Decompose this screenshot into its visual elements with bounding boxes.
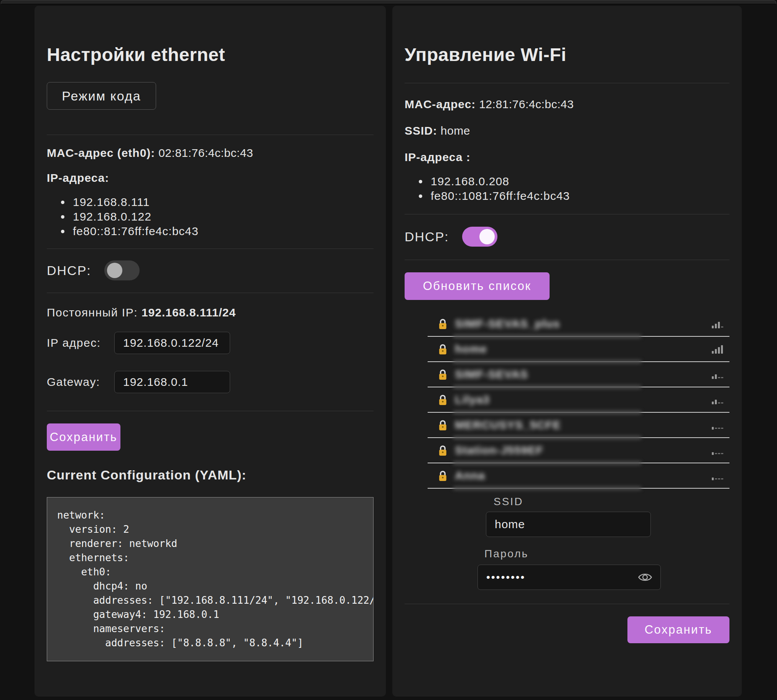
list-item: 192.168.0.122 [71,210,374,224]
wifi-ssid-name: SIMF-SEVAS [455,368,528,381]
wifi-network-row[interactable]: SIMF-SEVAS_plus [428,312,729,337]
ethernet-dhcp-label: DHCP: [47,263,91,278]
divider [404,260,729,260]
gateway-field-row: Gateway: [47,371,374,393]
wifi-dhcp-toggle[interactable] [462,227,497,247]
ip-address-input[interactable] [114,332,230,354]
ethernet-ip-list-label-line: IP-адреса: [47,171,374,185]
divider [47,411,374,411]
wifi-network-row[interactable]: home [428,337,729,362]
list-item: 192.168.0.208 [428,174,729,189]
toggle-knob [107,263,122,278]
divider [47,135,374,135]
divider [47,248,374,249]
form-password-input[interactable] [478,565,661,590]
form-ssid-input[interactable] [486,512,651,537]
ethernet-save-button[interactable]: Сохранить [47,423,120,451]
ip-address-field-row: IP адрес: [47,332,374,354]
signal-strength-icon [712,446,725,455]
wifi-network-list: SIMF-SEVAS_plushomeSIMF-SEVASLilya3MERCU… [428,312,729,489]
ethernet-dhcp-toggle[interactable] [104,260,140,280]
wifi-ssid-name: Lilya3 [455,393,490,406]
wifi-ssid-name: Station-J559EF [455,444,544,457]
signal-strength-icon [712,319,725,328]
divider [404,604,729,604]
ethernet-ip-list: 192.168.8.111 192.168.0.122 fe80::81:76f… [58,195,374,238]
wifi-ssid-line: SSID: home [404,123,729,138]
signal-strength-icon [712,471,725,480]
lock-icon [438,445,448,457]
ethernet-title: Настройки ethernet [47,44,374,65]
wifi-dhcp-label: DHCP: [404,229,449,244]
window-top-edge [1,0,776,4]
wifi-ssid-name: Anna [455,469,485,482]
signal-strength-icon [712,345,725,353]
gateway-input[interactable] [114,371,230,393]
static-ip-line: Постоянный IP: 192.168.8.111/24 [47,305,374,320]
lock-icon [438,394,448,406]
lock-icon [438,318,448,330]
yaml-config-title: Current Configuration (YAML): [47,468,374,483]
code-mode-button[interactable]: Режим кода [47,82,156,110]
wifi-ssid-name: SIMF-SEVAS_plus [455,317,560,330]
wifi-connect-form: SSID Пароль [478,495,729,590]
password-field-wrap [478,565,661,590]
static-ip-label: Постоянный IP: [47,306,138,319]
wifi-save-row: Сохранить [404,617,729,643]
show-password-eye-icon[interactable] [638,572,652,583]
wifi-mac-value: 12:81:76:4c:bc:43 [479,98,574,110]
wifi-network-row[interactable]: MERCUSYS_5CFE [428,413,729,438]
form-ssid-label: SSID [478,495,729,508]
signal-strength-icon [712,370,725,379]
wifi-ssid-name: MERCUSYS_5CFE [455,418,561,432]
lock-icon [438,343,448,355]
lock-icon [438,470,448,482]
divider [404,214,729,214]
ethernet-mac-value: 02:81:76:4c:bc:43 [158,147,253,159]
wifi-network-row[interactable]: Lilya3 [428,387,729,413]
list-item: 192.168.8.111 [71,195,374,210]
wifi-ssid-name: home [455,343,487,355]
lock-icon [438,419,448,431]
gateway-field-label: Gateway: [47,375,114,388]
form-password-label: Пароль [478,548,729,560]
wifi-mac-line: MAC-адрес: 12:81:76:4c:bc:43 [404,97,729,111]
toggle-knob [479,229,495,244]
ethernet-mac-line: MAC-адрес (eth0): 02:81:76:4c:bc:43 [47,146,374,160]
wifi-ip-list-label: IP-адреса : [404,151,471,163]
lock-icon [438,368,448,380]
wifi-ssid-value: home [441,124,470,137]
list-item: fe80::1081:76ff:fe4c:bc43 [428,189,729,203]
wifi-mac-label: MAC-адрес: [404,98,476,110]
divider [47,293,374,293]
signal-strength-icon [712,395,725,404]
ethernet-mac-label: MAC-адрес (eth0): [47,147,155,159]
wifi-ip-list: 192.168.0.208 fe80::1081:76ff:fe4c:bc43 [416,174,729,203]
static-ip-value: 192.168.8.111/24 [141,306,236,319]
wifi-dhcp-row: DHCP: [404,227,729,247]
yaml-config-block: network: version: 2 renderer: networkd e… [47,497,374,661]
wifi-network-row[interactable]: Station-J559EF [428,438,729,463]
wifi-save-button[interactable]: Сохранить [627,617,729,643]
wifi-ip-list-label-line: IP-адреса : [404,150,729,164]
list-item: fe80::81:76ff:fe4c:bc43 [71,224,374,238]
wifi-network-row[interactable]: SIMF-SEVAS [428,362,729,387]
signal-strength-icon [712,420,725,430]
refresh-list-button[interactable]: Обновить список [404,272,549,300]
wifi-management-card: Управление Wi-Fi MAC-адрес: 12:81:76:4c:… [392,6,742,697]
wifi-network-row[interactable]: Anna [428,463,729,489]
ethernet-dhcp-row: DHCP: [47,260,374,280]
ethernet-ip-list-label: IP-адреса: [47,172,109,184]
wifi-title: Управление Wi-Fi [404,44,729,65]
ethernet-settings-card: Настройки ethernet Режим кода MAC-адрес … [35,6,386,697]
ip-address-field-label: IP адрес: [47,337,114,350]
divider [404,83,729,83]
wifi-ssid-label: SSID: [404,124,437,137]
